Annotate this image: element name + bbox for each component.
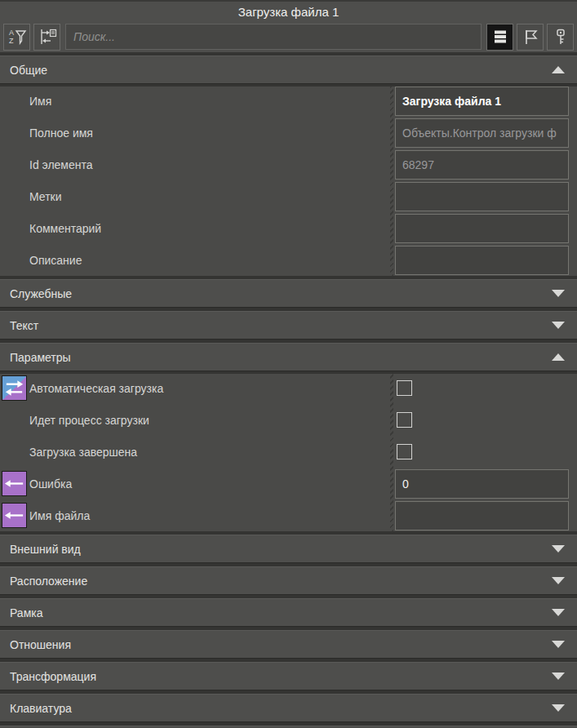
checkbox-load-complete[interactable]	[397, 444, 412, 459]
checkbox-loading-in-progress[interactable]	[397, 412, 412, 428]
property-row: Автоматическая загрузка	[0, 374, 577, 403]
property-label: Id элемента	[29, 158, 93, 171]
section-header-obshchie[interactable]: Общие	[0, 55, 577, 84]
search-input[interactable]	[65, 24, 482, 50]
az-filter-icon: A Z	[7, 27, 27, 47]
element-id-field: 68297	[395, 150, 569, 180]
chevron-down-icon	[552, 704, 565, 712]
tree-sync-button[interactable]	[33, 24, 60, 51]
tags-field[interactable]	[395, 182, 569, 211]
file-name-field[interactable]	[395, 501, 569, 530]
flag-filter-button[interactable]	[517, 24, 544, 51]
section-body-obshchie: Имя Загрузка файла 1 Полное имя Объекты.…	[0, 87, 577, 276]
section-header-otnosheniya[interactable]: Отношения	[0, 630, 577, 659]
chevron-down-icon	[552, 641, 565, 648]
property-label: Описание	[29, 254, 82, 267]
binding-input-icon[interactable]	[2, 503, 27, 528]
property-label: Идет процесс загрузки	[29, 414, 149, 427]
full-name-field: Объекты.Контрол загрузки ф	[395, 118, 569, 148]
property-label: Полное имя	[29, 127, 93, 140]
panel-title-bar: Загрузка файла 1	[0, 0, 577, 21]
section-label: Трансформация	[10, 670, 552, 683]
section-header-raspolozhenie[interactable]: Расположение	[0, 566, 577, 595]
chevron-down-icon	[552, 673, 565, 680]
property-label: Имя	[29, 95, 51, 108]
key-icon	[551, 27, 570, 47]
section-header-parametry[interactable]: Параметры	[0, 343, 577, 371]
chevron-down-icon	[552, 577, 565, 584]
panel-title: Загрузка файла 1	[238, 5, 340, 19]
property-row: Идет процесс загрузки	[0, 406, 577, 435]
section-header-ramka[interactable]: Рамка	[0, 598, 577, 627]
properties-panel: Загрузка файла 1 A Z	[0, 0, 577, 728]
svg-text:Z: Z	[9, 37, 14, 45]
chevron-down-icon	[552, 545, 565, 553]
section-label: Служебные	[10, 287, 552, 300]
property-label: Ошибка	[29, 477, 72, 491]
key-filter-button[interactable]	[547, 24, 574, 51]
section-header-vneshniy-vid[interactable]: Внешний вид	[0, 535, 577, 563]
property-row: Комментарий	[0, 214, 577, 243]
comment-field[interactable]	[395, 214, 569, 243]
property-row: Загрузка завершена	[0, 437, 577, 467]
section-label: Текст	[10, 319, 552, 332]
chevron-down-icon	[552, 609, 565, 616]
tree-sync-icon	[38, 27, 57, 47]
section-label: Рамка	[10, 606, 552, 619]
section-header-sluzhebnye[interactable]: Служебные	[0, 279, 577, 308]
section-label: Параметры	[10, 351, 552, 364]
property-label: Комментарий	[29, 222, 101, 235]
chevron-up-icon	[552, 66, 565, 73]
property-row: Имя Загрузка файла 1	[0, 87, 577, 116]
rows-view-button[interactable]	[486, 24, 513, 51]
section-header-tekst[interactable]: Текст	[0, 311, 577, 340]
section-label: Общие	[10, 64, 552, 77]
section-label: Внешний вид	[10, 543, 552, 556]
chevron-down-icon	[552, 322, 565, 329]
chevron-up-icon	[552, 353, 565, 361]
description-field[interactable]	[395, 246, 569, 275]
property-row: Имя файла	[0, 501, 577, 530]
section-label: Отношения	[10, 638, 552, 651]
flag-icon	[521, 27, 540, 47]
error-field[interactable]: 0	[395, 469, 569, 499]
property-row: Id элемента 68297	[0, 150, 577, 180]
toolbar: A Z	[0, 21, 577, 52]
property-label: Автоматическая загрузка	[29, 382, 163, 395]
property-row: Ошибка 0	[0, 469, 577, 499]
checkbox-auto-load[interactable]	[397, 380, 412, 396]
property-row: Полное имя Объекты.Контрол загрузки ф	[0, 118, 577, 148]
property-label: Метки	[29, 190, 62, 203]
svg-text:A: A	[9, 29, 14, 37]
property-label: Имя файла	[29, 509, 90, 522]
name-field[interactable]: Загрузка файла 1	[395, 87, 569, 116]
chevron-down-icon	[552, 290, 565, 297]
section-body-parametry: Автоматическая загрузка Идет процесс заг…	[0, 374, 577, 531]
sort-filter-button[interactable]: A Z	[3, 24, 30, 51]
binding-input-icon[interactable]	[2, 471, 27, 496]
property-row: Описание	[0, 246, 577, 275]
section-header-transformatsiya[interactable]: Трансформация	[0, 662, 577, 690]
section-label: Расположение	[10, 575, 552, 588]
property-label: Загрузка завершена	[29, 446, 137, 459]
binding-inout-icon[interactable]	[2, 375, 27, 401]
section-header-klaviatura[interactable]: Клавиатура	[0, 694, 577, 722]
rows-view-icon	[490, 27, 510, 47]
section-label: Клавиатура	[10, 702, 552, 715]
property-row: Метки	[0, 182, 577, 211]
